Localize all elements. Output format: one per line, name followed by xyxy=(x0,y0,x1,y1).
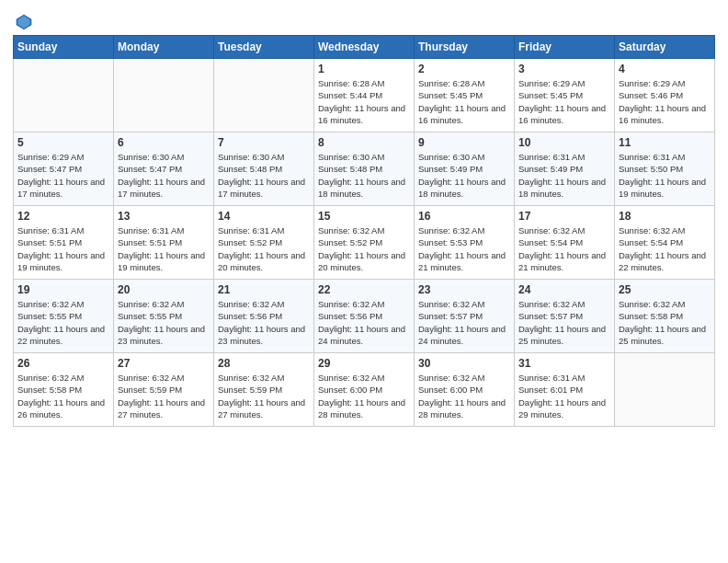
day-info: Sunrise: 6:32 AMSunset: 5:54 PMDaylight:… xyxy=(518,224,610,273)
day-number: 27 xyxy=(118,357,210,370)
calendar-cell: 24 Sunrise: 6:32 AMSunset: 5:57 PMDaylig… xyxy=(515,280,615,353)
calendar-cell: 31 Sunrise: 6:31 AMSunset: 6:01 PMDaylig… xyxy=(515,353,615,427)
day-info: Sunrise: 6:32 AMSunset: 5:59 PMDaylight:… xyxy=(118,372,210,420)
calendar-cell: 15 Sunrise: 6:32 AMSunset: 5:52 PMDaylig… xyxy=(314,206,415,280)
day-number: 14 xyxy=(218,210,310,223)
calendar-cell: 13 Sunrise: 6:31 AMSunset: 5:51 PMDaylig… xyxy=(114,206,214,280)
calendar-cell: 30 Sunrise: 6:32 AMSunset: 6:00 PMDaylig… xyxy=(415,353,515,427)
calendar-cell: 5 Sunrise: 6:29 AMSunset: 5:47 PMDayligh… xyxy=(14,132,114,206)
calendar-cell xyxy=(214,59,314,132)
day-number: 24 xyxy=(518,283,610,296)
day-number: 1 xyxy=(318,63,410,75)
day-number: 20 xyxy=(118,283,210,296)
day-number: 28 xyxy=(218,357,310,370)
day-info: Sunrise: 6:30 AMSunset: 5:48 PMDaylight:… xyxy=(218,151,310,200)
header xyxy=(13,9,715,31)
day-info: Sunrise: 6:32 AMSunset: 5:55 PMDaylight:… xyxy=(118,298,210,347)
calendar-cell: 16 Sunrise: 6:32 AMSunset: 5:53 PMDaylig… xyxy=(415,206,515,280)
day-number: 29 xyxy=(318,357,410,370)
calendar-cell: 4 Sunrise: 6:29 AMSunset: 5:46 PMDayligh… xyxy=(615,59,715,132)
day-number: 3 xyxy=(518,63,610,75)
day-number: 16 xyxy=(418,210,510,223)
day-info: Sunrise: 6:32 AMSunset: 5:58 PMDaylight:… xyxy=(619,298,711,347)
calendar-cell: 20 Sunrise: 6:32 AMSunset: 5:55 PMDaylig… xyxy=(114,280,214,353)
calendar-cell: 7 Sunrise: 6:30 AMSunset: 5:48 PMDayligh… xyxy=(214,132,314,206)
calendar-cell: 29 Sunrise: 6:32 AMSunset: 6:00 PMDaylig… xyxy=(314,353,415,427)
day-number: 26 xyxy=(17,357,109,370)
day-number: 4 xyxy=(619,63,711,75)
day-info: Sunrise: 6:32 AMSunset: 6:00 PMDaylight:… xyxy=(318,372,410,420)
calendar-cell: 17 Sunrise: 6:32 AMSunset: 5:54 PMDaylig… xyxy=(515,206,615,280)
day-info: Sunrise: 6:31 AMSunset: 5:51 PMDaylight:… xyxy=(118,224,210,273)
weekday-header: Sunday xyxy=(14,36,114,59)
day-info: Sunrise: 6:32 AMSunset: 5:57 PMDaylight:… xyxy=(518,298,610,347)
day-number: 21 xyxy=(218,283,310,296)
page-container: SundayMondayTuesdayWednesdayThursdayFrid… xyxy=(0,0,728,436)
calendar-week-row: 19 Sunrise: 6:32 AMSunset: 5:55 PMDaylig… xyxy=(14,280,715,353)
calendar-cell: 11 Sunrise: 6:31 AMSunset: 5:50 PMDaylig… xyxy=(615,132,715,206)
day-info: Sunrise: 6:31 AMSunset: 6:01 PMDaylight:… xyxy=(518,372,610,420)
day-info: Sunrise: 6:30 AMSunset: 5:47 PMDaylight:… xyxy=(118,151,210,200)
day-info: Sunrise: 6:29 AMSunset: 5:47 PMDaylight:… xyxy=(17,151,109,200)
day-info: Sunrise: 6:32 AMSunset: 5:57 PMDaylight:… xyxy=(418,298,510,347)
calendar-cell xyxy=(114,59,214,132)
day-info: Sunrise: 6:32 AMSunset: 6:00 PMDaylight:… xyxy=(418,372,510,420)
calendar-cell: 25 Sunrise: 6:32 AMSunset: 5:58 PMDaylig… xyxy=(615,280,715,353)
calendar-cell xyxy=(615,353,715,427)
calendar-cell: 12 Sunrise: 6:31 AMSunset: 5:51 PMDaylig… xyxy=(14,206,114,280)
day-number: 10 xyxy=(518,136,610,149)
day-info: Sunrise: 6:29 AMSunset: 5:46 PMDaylight:… xyxy=(619,77,711,126)
logo xyxy=(13,13,33,31)
day-number: 17 xyxy=(518,210,610,223)
day-info: Sunrise: 6:31 AMSunset: 5:49 PMDaylight:… xyxy=(518,151,610,200)
calendar-week-row: 5 Sunrise: 6:29 AMSunset: 5:47 PMDayligh… xyxy=(14,132,715,206)
day-number: 11 xyxy=(619,136,711,149)
day-number: 9 xyxy=(418,136,510,149)
day-number: 25 xyxy=(619,283,711,296)
day-number: 8 xyxy=(318,136,410,149)
calendar-cell: 9 Sunrise: 6:30 AMSunset: 5:49 PMDayligh… xyxy=(415,132,515,206)
calendar-cell: 23 Sunrise: 6:32 AMSunset: 5:57 PMDaylig… xyxy=(415,280,515,353)
weekday-header: Wednesday xyxy=(314,36,415,59)
calendar-cell: 10 Sunrise: 6:31 AMSunset: 5:49 PMDaylig… xyxy=(515,132,615,206)
calendar-cell: 28 Sunrise: 6:32 AMSunset: 5:59 PMDaylig… xyxy=(214,353,314,427)
day-info: Sunrise: 6:32 AMSunset: 5:59 PMDaylight:… xyxy=(218,372,310,420)
day-info: Sunrise: 6:32 AMSunset: 5:58 PMDaylight:… xyxy=(17,372,109,420)
day-info: Sunrise: 6:32 AMSunset: 5:53 PMDaylight:… xyxy=(418,224,510,273)
calendar-cell: 27 Sunrise: 6:32 AMSunset: 5:59 PMDaylig… xyxy=(114,353,214,427)
day-number: 6 xyxy=(118,136,210,149)
calendar-table: SundayMondayTuesdayWednesdayThursdayFrid… xyxy=(13,35,715,427)
calendar-cell: 6 Sunrise: 6:30 AMSunset: 5:47 PMDayligh… xyxy=(114,132,214,206)
weekday-header: Thursday xyxy=(415,36,515,59)
calendar-cell: 3 Sunrise: 6:29 AMSunset: 5:45 PMDayligh… xyxy=(515,59,615,132)
weekday-header: Monday xyxy=(114,36,214,59)
day-info: Sunrise: 6:32 AMSunset: 5:52 PMDaylight:… xyxy=(318,224,410,273)
day-info: Sunrise: 6:31 AMSunset: 5:50 PMDaylight:… xyxy=(619,151,711,200)
day-number: 31 xyxy=(518,357,610,370)
calendar-week-row: 12 Sunrise: 6:31 AMSunset: 5:51 PMDaylig… xyxy=(14,206,715,280)
weekday-header: Saturday xyxy=(615,36,715,59)
day-info: Sunrise: 6:31 AMSunset: 5:51 PMDaylight:… xyxy=(17,224,109,273)
calendar-cell: 19 Sunrise: 6:32 AMSunset: 5:55 PMDaylig… xyxy=(14,280,114,353)
calendar-cell: 22 Sunrise: 6:32 AMSunset: 5:56 PMDaylig… xyxy=(314,280,415,353)
day-info: Sunrise: 6:32 AMSunset: 5:56 PMDaylight:… xyxy=(318,298,410,347)
day-info: Sunrise: 6:29 AMSunset: 5:45 PMDaylight:… xyxy=(518,77,610,126)
calendar-cell: 1 Sunrise: 6:28 AMSunset: 5:44 PMDayligh… xyxy=(314,59,415,132)
weekday-header: Friday xyxy=(515,36,615,59)
calendar-cell xyxy=(14,59,114,132)
calendar-week-row: 26 Sunrise: 6:32 AMSunset: 5:58 PMDaylig… xyxy=(14,353,715,427)
calendar-cell: 26 Sunrise: 6:32 AMSunset: 5:58 PMDaylig… xyxy=(14,353,114,427)
day-number: 2 xyxy=(418,63,510,75)
calendar-cell: 2 Sunrise: 6:28 AMSunset: 5:45 PMDayligh… xyxy=(415,59,515,132)
day-number: 5 xyxy=(17,136,109,149)
day-info: Sunrise: 6:30 AMSunset: 5:48 PMDaylight:… xyxy=(318,151,410,200)
logo-icon xyxy=(15,13,33,31)
day-number: 18 xyxy=(619,210,711,223)
weekday-header-row: SundayMondayTuesdayWednesdayThursdayFrid… xyxy=(14,36,715,59)
day-number: 22 xyxy=(318,283,410,296)
day-number: 30 xyxy=(418,357,510,370)
calendar-cell: 18 Sunrise: 6:32 AMSunset: 5:54 PMDaylig… xyxy=(615,206,715,280)
day-info: Sunrise: 6:31 AMSunset: 5:52 PMDaylight:… xyxy=(218,224,310,273)
day-info: Sunrise: 6:30 AMSunset: 5:49 PMDaylight:… xyxy=(418,151,510,200)
day-number: 7 xyxy=(218,136,310,149)
